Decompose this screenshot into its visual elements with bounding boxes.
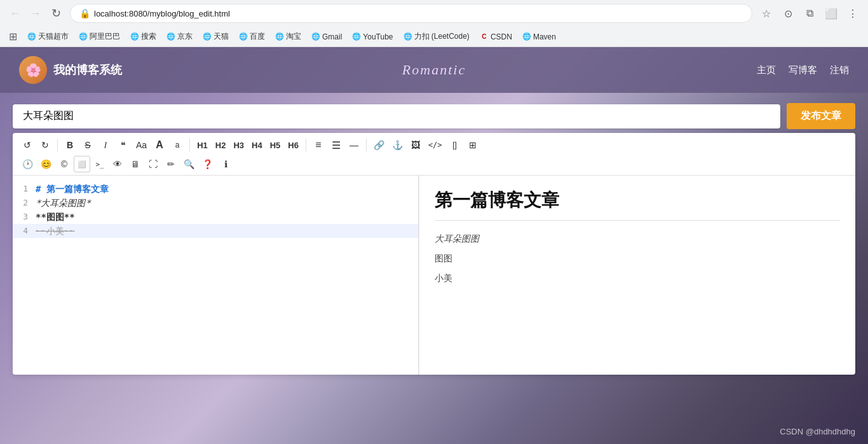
code-block-button[interactable]: []	[447, 137, 463, 153]
preview-line-2: 小美	[435, 270, 840, 286]
gmail-icon: 🌐	[311, 32, 320, 41]
unordered-list-button[interactable]: ≡	[310, 137, 327, 153]
address-lock-icon: 🔒	[79, 8, 90, 18]
bookmark-search[interactable]: 🌐 搜索	[126, 29, 160, 44]
time-insert-button[interactable]: 🕐	[19, 156, 36, 172]
markdown-pane[interactable]: 1 # 第一篇博客文章 2 *大耳朵图图* 3 **图图** 4	[13, 176, 419, 375]
editor-toolbar: ↺ ↻ B S I ❝ Aa A a H1 H2 H3 H4 H5 H6	[13, 133, 855, 176]
h5-button[interactable]: H5	[267, 137, 284, 153]
bookmark-label: 搜索	[141, 31, 156, 42]
bookmark-label: 阿里巴巴	[90, 31, 120, 42]
toolbar-row-2: 🕐 😊 © ⬜ >_ 👁 🖥 ⛶ ✏ 🔍 ❓ ℹ	[19, 156, 849, 172]
line-content-4: ~~小美~~	[36, 224, 418, 238]
redo-button[interactable]: ↻	[37, 137, 53, 153]
code-line-2: 2 *大耳朵图图*	[13, 196, 418, 210]
window-icon[interactable]: ⬜	[822, 4, 840, 22]
image-button[interactable]: 🖼	[407, 137, 424, 153]
browser-actions: ☆ ⊙ ⧉ ⬜ ⋮	[757, 4, 862, 22]
bookmark-tianmao-supermarket[interactable]: 🌐 天猫超市	[24, 29, 72, 44]
bookmark-tianmao[interactable]: 🌐 天猫	[199, 29, 233, 44]
inline-code-button[interactable]: </>	[425, 137, 445, 153]
link-button[interactable]: 🔗	[370, 137, 388, 153]
maven-icon: 🌐	[522, 32, 531, 41]
split-editor: 1 # 第一篇博客文章 2 *大耳朵图图* 3 **图图** 4	[13, 176, 855, 375]
bookmark-alibaba[interactable]: 🌐 阿里巴巴	[75, 29, 124, 44]
line-number-1: 1	[13, 182, 36, 196]
bold-button[interactable]: B	[62, 137, 78, 153]
desktop-preview-button[interactable]: 🖥	[127, 156, 144, 172]
flow-diagram-button[interactable]: ⬜	[74, 156, 90, 172]
fullscreen-button[interactable]: ⛶	[145, 156, 161, 172]
draw-button[interactable]: ✏	[163, 156, 179, 172]
search-in-editor-button[interactable]: 🔍	[180, 156, 198, 172]
copyright-button[interactable]: ©	[56, 156, 72, 172]
toolbar-separator-4	[366, 139, 367, 151]
taobao-icon: 🌐	[275, 32, 284, 41]
bookmark-jd[interactable]: 🌐 京东	[163, 29, 196, 44]
preview-line-1: 图图	[435, 251, 840, 267]
line-content-2: *大耳朵图图*	[36, 196, 418, 210]
bookmark-label: 天猫超市	[38, 31, 69, 42]
terminal-button[interactable]: >_	[92, 156, 108, 172]
nav-logout[interactable]: 注销	[830, 64, 849, 76]
logo-emoji: 🌸	[25, 62, 41, 78]
bookmark-label: Maven	[533, 32, 556, 41]
nav-buttons: ← → ↻	[6, 4, 65, 22]
bookmark-leetcode[interactable]: 🌐 力扣 (LeetCode)	[400, 29, 473, 44]
site-header: 🌸 我的博客系统 Romantic 主页 写博客 注销	[0, 47, 868, 93]
case-button[interactable]: Aa	[133, 137, 150, 153]
bigger-button[interactable]: A	[151, 137, 168, 153]
quote-button[interactable]: ❝	[115, 137, 132, 153]
line-number-3: 3	[13, 210, 36, 224]
h1-button[interactable]: H1	[194, 137, 211, 153]
horizontal-rule-button[interactable]: —	[346, 137, 362, 153]
nav-write[interactable]: 写博客	[789, 64, 817, 76]
line-content-1: # 第一篇博客文章	[36, 182, 418, 196]
page: 🌸 我的博客系统 Romantic 主页 写博客 注销 发布文章 ↺ ↻	[0, 47, 868, 444]
reload-button[interactable]: ↻	[47, 4, 65, 22]
back-button[interactable]: ←	[6, 4, 24, 22]
bookmark-csdn[interactable]: C CSDN	[476, 31, 516, 43]
publish-button[interactable]: 发布文章	[787, 103, 855, 129]
bookmark-gmail[interactable]: 🌐 Gmail	[308, 31, 346, 43]
line-content-3: **图图**	[36, 210, 418, 224]
preview-pane: 第一篇博客文章 大耳朵图图 图图 小美	[419, 176, 855, 375]
bookmark-youtube[interactable]: 🌐 YouTube	[348, 31, 397, 43]
nav-home[interactable]: 主页	[757, 64, 776, 76]
profile-icon[interactable]: ⊙	[779, 4, 797, 22]
undo-button[interactable]: ↺	[19, 137, 36, 153]
h6-button[interactable]: H6	[285, 137, 302, 153]
address-text: localhost:8080/myblog/blog_edit.html	[94, 9, 230, 18]
emoji-button[interactable]: 😊	[37, 156, 55, 172]
info-button[interactable]: ℹ	[217, 156, 234, 172]
table-insert-button[interactable]: ⊞	[465, 137, 481, 153]
code-lines: 1 # 第一篇博客文章 2 *大耳朵图图* 3 **图图** 4	[13, 182, 418, 238]
smaller-button[interactable]: a	[169, 137, 186, 153]
bookmark-taobao[interactable]: 🌐 淘宝	[271, 29, 305, 44]
code-line-1: 1 # 第一篇博客文章	[13, 182, 418, 196]
menu-icon[interactable]: ⋮	[844, 4, 862, 22]
bookmark-maven[interactable]: 🌐 Maven	[519, 31, 560, 43]
italic-button[interactable]: I	[97, 137, 114, 153]
bookmark-baidu[interactable]: 🌐 百度	[235, 29, 269, 44]
ordered-list-button[interactable]: ☰	[328, 137, 344, 153]
extension-icon[interactable]: ⧉	[801, 4, 818, 22]
strikethrough-button[interactable]: S	[79, 137, 96, 153]
h4-button[interactable]: H4	[248, 137, 266, 153]
leetcode-icon: 🌐	[403, 32, 412, 41]
bookmark-icon[interactable]: ☆	[757, 4, 775, 22]
bookmark-label: 淘宝	[286, 31, 301, 42]
forward-button[interactable]: →	[27, 4, 44, 22]
preview-toggle-button[interactable]: 👁	[109, 156, 126, 172]
bookmarks-bar: ⊞ 🌐 天猫超市 🌐 阿里巴巴 🌐 搜索 🌐 京东 🌐 天猫 🌐 百度 🌐 淘宝	[0, 27, 868, 47]
site-nav: 主页 写博客 注销	[757, 64, 849, 76]
h2-button[interactable]: H2	[212, 137, 229, 153]
preview-title: 第一篇博客文章	[435, 188, 840, 221]
title-input[interactable]	[13, 104, 780, 128]
address-bar[interactable]: 🔒 localhost:8080/myblog/blog_edit.html	[70, 4, 752, 23]
line-number-2: 2	[13, 196, 36, 210]
apps-grid-icon[interactable]: ⊞	[5, 29, 21, 45]
h3-button[interactable]: H3	[230, 137, 247, 153]
help-button[interactable]: ❓	[199, 156, 216, 172]
anchor-button[interactable]: ⚓	[389, 137, 406, 153]
